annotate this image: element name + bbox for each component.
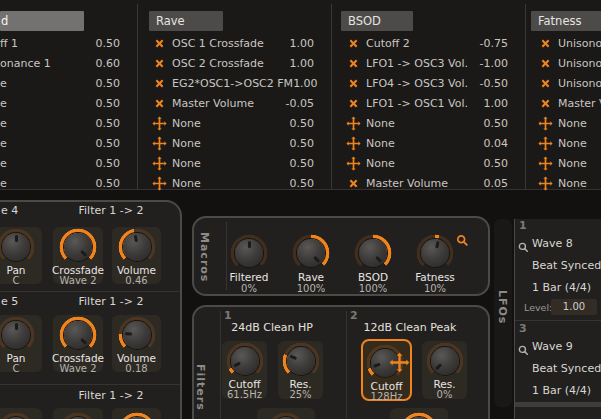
mod-assign-icon[interactable] (535, 156, 555, 171)
mod-slot-row[interactable]: Unisono D (535, 74, 601, 94)
mod-assign-icon[interactable] (149, 176, 169, 191)
mod-assign-icon[interactable] (535, 78, 555, 89)
mod-assign-icon[interactable] (149, 58, 169, 69)
mod-amount-value: -0.75 (480, 37, 508, 50)
filter-extra-knob-cell[interactable] (257, 408, 315, 419)
mod-slot-row[interactable]: Unisono D (535, 34, 601, 54)
mod-assign-icon[interactable] (343, 178, 363, 189)
mod-amount-value: 0.50 (484, 117, 509, 130)
mod-slot-row[interactable]: ff 1 0.50 (0, 34, 120, 54)
pan-knob-cell[interactable]: Pan C (0, 315, 42, 372)
mod-slot-row[interactable]: OSC 2 Crossfade 1.00 (149, 54, 314, 74)
filter-type-selector[interactable]: 12dB Clean Peak (360, 321, 460, 334)
mod-slot-row[interactable]: Master Volume -0.05 (149, 94, 314, 114)
mod-assign-icon[interactable] (149, 78, 169, 89)
macro-tab-filtered[interactable]: d (0, 11, 84, 31)
crossfade-knob-cell[interactable]: Crossfade Wave 2 (53, 227, 103, 284)
mod-assign-icon[interactable] (343, 116, 363, 131)
osc-routing-selector[interactable]: Filter 1 -> 2 (41, 204, 181, 217)
mod-assign-icon[interactable] (343, 136, 363, 151)
mod-assign-icon[interactable] (343, 38, 363, 49)
macro-knob-cell[interactable]: Filtered 0% (220, 234, 278, 294)
mod-assign-icon[interactable] (343, 156, 363, 171)
mod-slot-row[interactable]: e 0.50 (0, 74, 120, 94)
mod-slot-row[interactable]: onance 1 0.60 (0, 54, 120, 74)
mod-slot-row[interactable]: None (535, 133, 601, 153)
volume-knob-cell[interactable] (112, 408, 161, 419)
lfo-section-divider (515, 402, 601, 407)
mod-assign-icon[interactable] (149, 38, 169, 49)
mod-slot-row[interactable]: None (535, 153, 601, 173)
mod-assign-icon[interactable] (535, 58, 555, 69)
filter-res-cell[interactable]: Res. 0% (422, 341, 467, 399)
macro-tab-rave[interactable]: Rave (149, 11, 223, 31)
filter-cutoff-cell-selected[interactable]: Cutoff 128Hz (361, 339, 412, 401)
macro-tab-fatness[interactable]: Fatness (531, 11, 601, 31)
mod-slot-row[interactable]: None 0.50 (149, 114, 314, 134)
macro-tab-bsod[interactable]: BSOD (341, 11, 413, 31)
mod-assign-icon[interactable] (149, 136, 169, 151)
mod-target-label: None (366, 137, 395, 150)
lfo-level-value[interactable]: 1.00 (551, 299, 597, 315)
filter-cutoff-cell[interactable]: Cutoff 61.5Hz (222, 341, 267, 399)
volume-knob-cell[interactable]: Volume 0.46 (112, 227, 161, 284)
lfo-sync-mode[interactable]: Beat Synced (532, 259, 601, 272)
mod-slot-row[interactable]: None (535, 114, 601, 134)
mod-assign-icon[interactable] (343, 78, 363, 89)
mod-assign-icon[interactable] (149, 98, 169, 109)
pan-knob-cell[interactable]: Pan C (0, 227, 42, 284)
pan-knob-cell[interactable] (0, 408, 42, 419)
mod-assign-icon[interactable] (343, 98, 363, 109)
crossfade-knob-cell[interactable] (53, 408, 103, 419)
mod-assign-icon[interactable] (535, 38, 555, 49)
macro-knob-cell[interactable]: Fatness 10% (406, 234, 464, 294)
osc-routing-selector[interactable]: Filter 1 -> 2 (41, 295, 181, 308)
magnifier-icon[interactable] (518, 238, 529, 257)
osc-routing-selector[interactable]: Filter 1 -> 2 (41, 389, 181, 402)
mod-slot-row[interactable]: LFO1 -> OSC1 Vol. 1.00 (343, 94, 508, 114)
mod-slot-row[interactable]: None 0.50 (149, 133, 314, 153)
knob-value: C (0, 275, 48, 286)
filter-extra-knob-cell[interactable] (390, 408, 448, 419)
mod-slot-row[interactable]: LFO1 -> OSC3 Vol. -1.00 (343, 54, 508, 74)
mod-slot-row[interactable]: EG2*OSC1->OSC2 FM 1.00 (149, 74, 314, 94)
filter-type-selector[interactable]: 24dB Clean HP (222, 321, 322, 334)
lfo-wave-selector[interactable]: Wave 9 (532, 340, 573, 353)
mod-slot-row[interactable]: None 0.50 (343, 114, 508, 134)
volume-knob-cell[interactable]: Volume 0.18 (112, 315, 161, 372)
mod-assign-icon[interactable] (535, 176, 555, 191)
macro-knob-cell[interactable]: BSOD 100% (344, 234, 402, 294)
mod-slot-row[interactable]: e 0.50 (0, 94, 120, 114)
macro-knob-cell[interactable]: Rave 100% (282, 234, 340, 294)
mod-slot-row[interactable]: None 0.50 (149, 153, 314, 173)
mod-assign-icon[interactable] (149, 116, 169, 131)
lfo-sync-mode[interactable]: Beat Synced (532, 362, 601, 375)
mod-slot-row[interactable]: None (535, 173, 601, 193)
mod-slot-row[interactable]: None 0.50 (343, 153, 508, 173)
mod-assign-icon[interactable] (149, 156, 169, 171)
mod-slot-row[interactable]: e 0.50 (0, 133, 120, 153)
magnifier-icon[interactable] (518, 341, 529, 360)
mod-assign-icon[interactable] (535, 116, 555, 131)
mod-slot-row[interactable]: Master Vo (535, 94, 601, 114)
mod-amount-value: 1.00 (290, 37, 315, 50)
crossfade-knob-cell[interactable]: Crossfade Wave 2 (53, 315, 103, 372)
mod-slot-row[interactable]: e 0.50 (0, 114, 120, 134)
mod-slot-row[interactable]: e 0.50 (0, 153, 120, 173)
mod-slot-row[interactable]: Cutoff 2 -0.75 (343, 34, 508, 54)
mod-slot-row[interactable]: e 0.50 (0, 173, 120, 193)
lfo-rate[interactable]: 1 Bar (4/4) (532, 384, 591, 397)
mod-slot-row[interactable]: Master Volume 0.05 (343, 173, 508, 193)
mod-assign-icon[interactable] (535, 98, 555, 109)
mod-assign-icon[interactable] (535, 136, 555, 151)
mod-slot-row[interactable]: None 0.04 (343, 133, 508, 153)
move-icon[interactable] (389, 352, 410, 377)
mod-slot-row[interactable]: OSC 1 Crossfade 1.00 (149, 34, 314, 54)
lfo-wave-selector[interactable]: Wave 8 (532, 237, 573, 250)
mod-slot-row[interactable]: None 0.50 (149, 173, 314, 193)
mod-assign-icon[interactable] (343, 58, 363, 69)
mod-slot-row[interactable]: Unisono S (535, 54, 601, 74)
filter-res-cell[interactable]: Res. 25% (278, 341, 323, 399)
lfo-rate[interactable]: 1 Bar (4/4) (532, 281, 591, 294)
mod-slot-row[interactable]: LFO4 -> OSC3 Vol. -0.50 (343, 74, 508, 94)
